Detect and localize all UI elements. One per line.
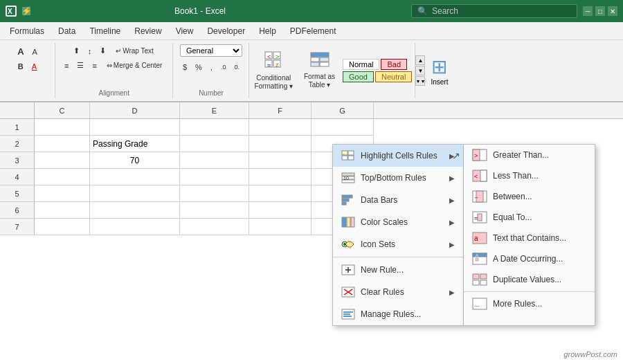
align-left-btn[interactable]: ≡ bbox=[61, 60, 72, 72]
cell-d5[interactable] bbox=[90, 185, 180, 202]
scroll-more-arrow[interactable]: ▼▼ bbox=[415, 76, 425, 86]
row-header-5[interactable]: 5 bbox=[0, 185, 35, 202]
menu-pdfelement[interactable]: PDFelement bbox=[283, 24, 343, 39]
format-as-table-btn[interactable]: Format as Table ▾ bbox=[299, 44, 340, 97]
cell-f4[interactable] bbox=[249, 169, 312, 185]
cell-e4[interactable] bbox=[180, 169, 249, 185]
row-header-1[interactable]: 1 bbox=[0, 119, 35, 136]
highlight-cells-rules-item[interactable]: < Highlight Cells Rules ▶ ↗ bbox=[333, 145, 463, 167]
cell-g1[interactable] bbox=[312, 119, 374, 136]
comma-btn[interactable]: , bbox=[207, 61, 216, 73]
window-maximize-btn[interactable]: □ bbox=[595, 6, 605, 16]
menu-data[interactable]: Data bbox=[51, 24, 82, 39]
icon-sets-item[interactable]: Icon Sets ▶ bbox=[333, 233, 463, 255]
clear-rules-item[interactable]: Clear Rules ▶ bbox=[333, 281, 463, 303]
scroll-down-arrow[interactable]: ▼ bbox=[415, 66, 425, 75]
currency-btn[interactable]: $ bbox=[179, 61, 190, 73]
svg-rect-18 bbox=[348, 156, 354, 160]
style-neutral[interactable]: Neutral bbox=[375, 71, 412, 82]
text-contains-item[interactable]: a Text that Contains... bbox=[464, 228, 595, 248]
cell-c7[interactable] bbox=[35, 219, 90, 235]
font-decrease-btn[interactable]: A bbox=[14, 44, 27, 59]
row-header-2[interactable]: 2 bbox=[0, 136, 35, 152]
search-bar[interactable]: 🔍 bbox=[411, 4, 577, 18]
style-normal[interactable]: Normal bbox=[343, 59, 379, 70]
align-top-btn[interactable]: ⬆ bbox=[70, 44, 83, 57]
between-item[interactable]: ↔ Between... bbox=[464, 186, 595, 207]
cell-d7[interactable] bbox=[90, 219, 180, 235]
row-header-3[interactable]: 3 bbox=[0, 152, 35, 169]
cell-d6[interactable] bbox=[90, 202, 180, 219]
row-header-7[interactable]: 7 bbox=[0, 219, 35, 235]
cell-c4[interactable] bbox=[35, 169, 90, 185]
cell-d4[interactable] bbox=[90, 169, 180, 185]
less-than-item[interactable]: < Less Than... bbox=[464, 165, 595, 186]
cell-e3[interactable] bbox=[180, 152, 249, 169]
align-center-btn[interactable]: ☰ bbox=[73, 59, 87, 72]
duplicate-values-item[interactable]: Duplicate Values... bbox=[464, 269, 595, 290]
greater-than-item[interactable]: > Greater Than... bbox=[464, 145, 595, 165]
col-header-f[interactable]: F bbox=[249, 102, 312, 118]
align-bottom-btn[interactable]: ⬇ bbox=[96, 44, 109, 57]
menu-help[interactable]: Help bbox=[252, 24, 283, 39]
menu-developer[interactable]: Developer bbox=[200, 24, 252, 39]
col-header-e[interactable]: E bbox=[180, 102, 249, 118]
search-input[interactable] bbox=[432, 6, 557, 16]
cell-d2[interactable]: Passing Grade bbox=[90, 136, 180, 152]
font-increase-btn[interactable]: A bbox=[29, 46, 41, 58]
data-bars-item[interactable]: Data Bars ▶ bbox=[333, 189, 463, 211]
menu-formulas[interactable]: Formulas bbox=[3, 24, 51, 39]
align-right-btn[interactable]: ≡ bbox=[89, 60, 100, 72]
number-format-select[interactable]: General bbox=[180, 44, 242, 57]
col-header-g[interactable]: G bbox=[312, 102, 374, 118]
menu-view[interactable]: View bbox=[169, 24, 201, 39]
more-rules-item[interactable]: ... More Rules... bbox=[464, 293, 595, 314]
cell-f7[interactable] bbox=[249, 219, 312, 235]
cell-e6[interactable] bbox=[180, 202, 249, 219]
style-good[interactable]: Good bbox=[343, 71, 374, 82]
window-minimize-btn[interactable]: ─ bbox=[583, 6, 593, 16]
window-close-btn[interactable]: ✕ bbox=[608, 6, 617, 16]
row-header-6[interactable]: 6 bbox=[0, 202, 35, 219]
cell-d3[interactable]: 70 bbox=[90, 152, 180, 169]
decrease-decimal-btn[interactable]: 0. bbox=[231, 62, 243, 73]
cell-f2[interactable] bbox=[249, 136, 312, 152]
scroll-up-arrow[interactable]: ▲ bbox=[415, 55, 425, 65]
align-middle-btn[interactable]: ↕ bbox=[84, 45, 96, 57]
new-rule-item[interactable]: New Rule... bbox=[333, 259, 463, 281]
insert-label[interactable]: Insert bbox=[431, 78, 448, 86]
cell-f3[interactable] bbox=[249, 152, 312, 169]
cell-f1[interactable] bbox=[249, 119, 312, 136]
cell-d1[interactable] bbox=[90, 119, 180, 136]
cell-c3[interactable] bbox=[35, 152, 90, 169]
menu-timeline[interactable]: Timeline bbox=[82, 24, 127, 39]
cell-c6[interactable] bbox=[35, 202, 90, 219]
bold-btn[interactable]: B bbox=[15, 60, 27, 73]
cell-c5[interactable] bbox=[35, 185, 90, 202]
cell-e1[interactable] bbox=[180, 119, 249, 136]
cell-c1[interactable] bbox=[35, 119, 90, 136]
equal-to-item[interactable]: = Equal To... bbox=[464, 207, 595, 228]
cell-c2[interactable] bbox=[35, 136, 90, 152]
merge-center-btn[interactable]: ⇔ Merge & Center bbox=[102, 60, 168, 71]
manage-rules-item[interactable]: Manage Rules... bbox=[333, 303, 463, 325]
svg-rect-24 bbox=[342, 195, 352, 198]
menu-review[interactable]: Review bbox=[127, 24, 168, 39]
cell-e5[interactable] bbox=[180, 185, 249, 202]
cell-f6[interactable] bbox=[249, 202, 312, 219]
cell-e2[interactable] bbox=[180, 136, 249, 152]
row-header-4[interactable]: 4 bbox=[0, 169, 35, 185]
cell-e7[interactable] bbox=[180, 219, 249, 235]
style-bad[interactable]: Bad bbox=[381, 59, 407, 70]
col-header-d[interactable]: D bbox=[90, 102, 180, 118]
increase-decimal-btn[interactable]: .0 bbox=[217, 62, 230, 73]
wrap-text-btn[interactable]: ↵ Wrap Text bbox=[111, 45, 159, 57]
col-header-c[interactable]: C bbox=[35, 102, 90, 118]
conditional-formatting-btn[interactable]: < > = ≠ Conditional Formatting ▾ bbox=[249, 44, 298, 97]
cell-f5[interactable] bbox=[249, 185, 312, 202]
percent-btn[interactable]: % bbox=[192, 61, 206, 73]
font-color-btn[interactable]: A bbox=[28, 60, 40, 73]
top-bottom-rules-item[interactable]: 10 Top/Bottom Rules ▶ bbox=[333, 167, 463, 189]
color-scales-item[interactable]: Color Scales ▶ bbox=[333, 211, 463, 233]
date-occurring-item[interactable]: A A Date Occurring... bbox=[464, 248, 595, 269]
